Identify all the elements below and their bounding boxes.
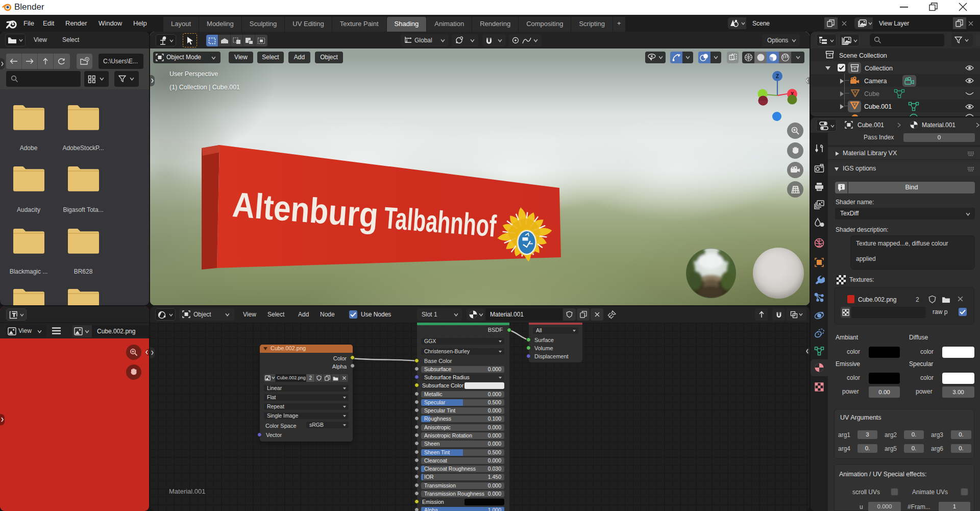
svg-text:Z: Z [776, 74, 779, 79]
